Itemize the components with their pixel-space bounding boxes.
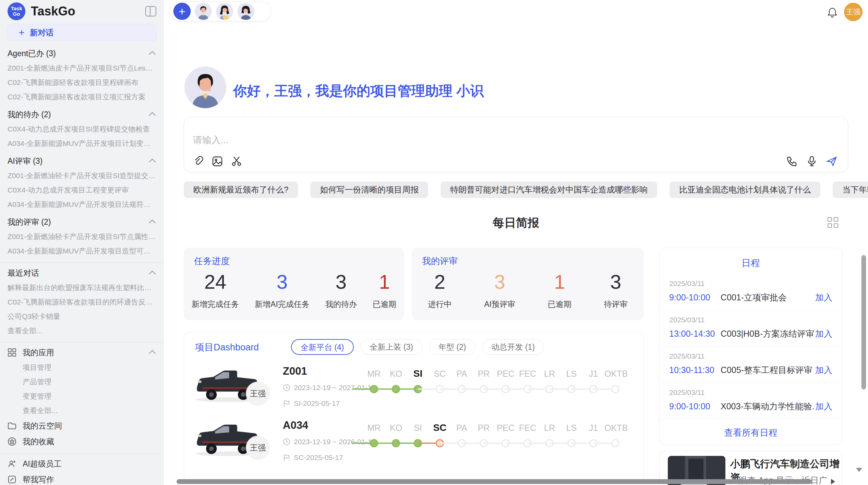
scroll-down-arrow-icon[interactable] xyxy=(856,468,862,472)
milestone[interactable]: SI xyxy=(407,419,429,450)
milestone[interactable]: PEC xyxy=(495,419,517,450)
join-meeting-link[interactable]: 加入 xyxy=(815,328,832,339)
milestone[interactable]: PA xyxy=(451,419,473,450)
my-apps-header[interactable]: 我的应用 xyxy=(8,345,156,360)
chevron-up-icon[interactable] xyxy=(149,159,156,165)
user-avatar[interactable]: 王强 xyxy=(844,3,863,21)
chevron-up-icon[interactable] xyxy=(149,271,156,277)
milestone[interactable]: LR xyxy=(539,419,560,450)
stat-item[interactable]: 1 已逾期 xyxy=(548,270,571,310)
milestone[interactable]: SC xyxy=(429,419,451,450)
stat-item[interactable]: 3 AI预评审 xyxy=(484,270,515,310)
milestone[interactable]: OKTB xyxy=(604,419,626,450)
add-session-button[interactable]: + xyxy=(173,3,191,20)
horizontal-scrollbar-thumb[interactable] xyxy=(177,479,812,484)
milestone[interactable]: MR xyxy=(363,419,385,450)
layout-grid-icon[interactable] xyxy=(828,217,839,229)
milestone[interactable]: FEC xyxy=(517,365,539,396)
milestone[interactable]: KO xyxy=(385,365,407,396)
milestone[interactable]: J1 xyxy=(582,419,604,450)
microphone-icon[interactable] xyxy=(806,156,818,167)
avatar-woman-bob[interactable] xyxy=(237,3,254,20)
task-list-item[interactable]: Z001-全新燃油轻卡产品开发项目SI造型提交物评审 xyxy=(8,169,156,183)
task-list-item[interactable]: Z001-全新燃油皮卡产品开发项目SI节点Lesson Learn报告 xyxy=(8,61,156,75)
suggestion-chip[interactable]: 比亚迪全固态电池计划具体说了什么 xyxy=(670,182,820,198)
milestone[interactable]: LR xyxy=(539,365,560,396)
section-header[interactable]: 我的待办 (2) xyxy=(8,107,156,122)
tool-ai-staff[interactable]: AI超级员工 xyxy=(8,456,156,472)
task-list-item[interactable]: C0X4-动力总成开发项目工程变更评审 xyxy=(8,183,156,197)
dashboard-tab[interactable]: 全新平台 (4) xyxy=(291,339,354,355)
task-list-item[interactable]: Z001-全新燃油轻卡产品开发项目SI节点属性5D文件评审 xyxy=(8,229,156,244)
project-row[interactable]: 王强 Z001 2023-12-19 ~ 2027-01-19 SI-2025-… xyxy=(184,364,643,418)
recent-chat-item[interactable]: C02-飞腾新能源轻客改款项目的闭环通告反馈情况 xyxy=(8,295,156,309)
chevron-up-icon[interactable] xyxy=(149,112,156,119)
recent-chat-item[interactable]: 解释最新出台的欧盟报废车法规再生塑料比例被调至15%... xyxy=(8,281,156,295)
suggestion-chip[interactable]: 如何写一份清晰的项目周报 xyxy=(310,182,428,198)
favorites-item[interactable]: 我的收藏 xyxy=(8,434,156,449)
recent-view-all-link[interactable]: 查看全部... xyxy=(8,324,156,338)
collapse-sidebar-icon[interactable] xyxy=(145,6,156,16)
task-list-item[interactable]: A034-全新新能源MUV产品开发项目法规符合性评审 xyxy=(8,197,156,212)
cloud-space-item[interactable]: 我的云空间 xyxy=(8,418,156,434)
scroll-right-arrow-icon[interactable] xyxy=(831,479,835,484)
chat-input[interactable] xyxy=(193,135,707,146)
phone-call-icon[interactable] xyxy=(786,156,798,167)
vertical-scrollbar-thumb[interactable] xyxy=(861,255,866,389)
avatar-man[interactable] xyxy=(195,3,212,20)
image-icon[interactable] xyxy=(212,156,223,167)
avatar-woman-long-hair[interactable] xyxy=(216,3,233,20)
milestone[interactable]: PR xyxy=(473,419,495,450)
notification-bell-icon[interactable] xyxy=(826,6,839,18)
milestone[interactable]: PEC xyxy=(495,365,517,396)
milestone[interactable]: PR xyxy=(473,365,495,396)
stat-item[interactable]: 3 我的待办 xyxy=(325,270,357,310)
milestone[interactable]: J1 xyxy=(582,365,604,396)
tool-write-helper[interactable]: 帮我写作 xyxy=(8,472,156,485)
task-list-item[interactable]: A034-全新新能源MUV产品开发项目计划变更表编写 xyxy=(8,136,156,151)
task-list-item[interactable]: A034-全新新能源MUV产品开发项目造型可行性评审 xyxy=(8,244,156,258)
milestone[interactable]: KO xyxy=(385,419,407,450)
milestone[interactable]: SC xyxy=(429,365,451,396)
milestone[interactable]: OKTB xyxy=(604,365,626,396)
stat-item[interactable]: 3 新增AI完成任务 xyxy=(255,270,310,310)
join-meeting-link[interactable]: 加入 xyxy=(815,364,832,376)
dashboard-tab[interactable]: 年型 (2) xyxy=(429,339,475,355)
new-chat-button[interactable]: + 新对话 xyxy=(8,24,156,41)
milestone[interactable]: MR xyxy=(363,365,385,396)
app-item[interactable]: 产品管理 xyxy=(8,375,156,389)
milestone[interactable]: LS xyxy=(560,365,582,396)
task-list-item[interactable]: C02-飞腾新能源轻客改款项目立项汇报方案 xyxy=(8,90,156,104)
stat-item[interactable]: 2 进行中 xyxy=(428,270,451,310)
task-list-item[interactable]: C02-飞腾新能源轻客改款项目里程碑画布 xyxy=(8,75,156,90)
chevron-up-icon[interactable] xyxy=(149,51,156,58)
milestone[interactable]: LS xyxy=(560,419,582,450)
section-header[interactable]: Agent已办 (3) xyxy=(8,46,156,61)
section-header[interactable]: AI评审 (3) xyxy=(8,153,156,169)
join-meeting-link[interactable]: 加入 xyxy=(815,401,832,412)
recent-chats-header[interactable]: 最近对话 xyxy=(8,265,156,281)
dashboard-tab[interactable]: 全新上装 (3) xyxy=(361,339,423,355)
task-list-item[interactable]: C0X4-动力总成开发项目SI里程碑提交物检查 xyxy=(8,122,156,136)
apps-view-all-link[interactable]: 查看全部... xyxy=(8,403,156,418)
suggestion-chip[interactable]: 特朗普可能对进口汽车增税会对中国车企造成哪些影响 xyxy=(441,182,657,198)
project-row[interactable]: 王强 A034 2023-12-19 ~ 2026-01-19 SC-2025-… xyxy=(184,418,643,472)
send-icon[interactable] xyxy=(826,156,837,167)
milestone[interactable]: FEC xyxy=(517,419,539,450)
suggestion-chip[interactable]: 当下年轻人对汽车外观有怎样的喜好趋势 xyxy=(833,182,868,198)
attachment-icon[interactable] xyxy=(192,156,204,167)
stat-item[interactable]: 3 待评审 xyxy=(604,270,628,310)
app-item[interactable]: 项目管理 xyxy=(8,360,156,375)
recent-chat-item[interactable]: 公司Q3轻卡销量 xyxy=(8,309,156,324)
view-all-schedule-link[interactable]: 查看所有日程 xyxy=(660,427,842,439)
dashboard-tab[interactable]: 动总开发 (1) xyxy=(482,339,544,355)
join-meeting-link[interactable]: 加入 xyxy=(815,292,832,303)
stat-item[interactable]: 24 新增完成任务 xyxy=(192,270,239,310)
milestone[interactable]: SI xyxy=(407,365,429,396)
section-header[interactable]: 我的评审 (2) xyxy=(8,214,156,229)
stat-item[interactable]: 1 已逾期 xyxy=(373,270,396,310)
app-item[interactable]: 变更管理 xyxy=(8,389,156,403)
chevron-up-icon[interactable] xyxy=(149,220,156,226)
scissors-icon[interactable] xyxy=(231,156,242,167)
milestone[interactable]: PA xyxy=(451,365,473,396)
